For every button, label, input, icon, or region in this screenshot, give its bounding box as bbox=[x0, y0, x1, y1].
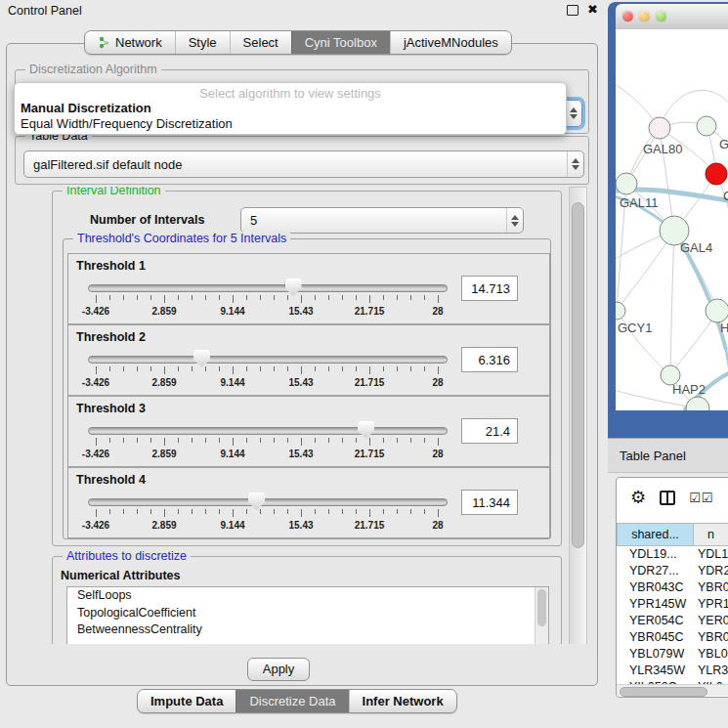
table-row[interactable]: YER054CYER0 bbox=[617, 613, 728, 629]
settings-vertical-scrollbar[interactable] bbox=[569, 187, 587, 644]
cyni-bottom-tabs: Impute Data Discretize Data Infer Networ… bbox=[137, 689, 457, 713]
minimize-traffic-light-icon[interactable] bbox=[639, 11, 650, 21]
number-of-intervals-label: Number of Intervals bbox=[90, 213, 204, 227]
node-gcy1[interactable] bbox=[616, 302, 625, 320]
tab-infer-network-label: Infer Network bbox=[363, 694, 444, 708]
table-data-combobox[interactable]: galFiltered.sif default node bbox=[23, 150, 584, 178]
node-top-right[interactable] bbox=[697, 116, 716, 136]
threshold-1-panel: Threshold 1 -3.4262.8599.14415.4321.7152… bbox=[67, 253, 550, 324]
threshold-2-value-field[interactable]: 6.316 bbox=[461, 347, 518, 372]
threshold-1-slider[interactable]: -3.4262.8599.14415.4321.71528 bbox=[88, 278, 446, 322]
threshold-3-slider[interactable]: -3.4262.8599.14415.4321.71528 bbox=[88, 420, 446, 465]
threshold-4-slider[interactable]: -3.4262.8599.14415.4321.71528 bbox=[88, 492, 446, 536]
network-view-window: GAL80 G. C GAL11 GAL4 GCY1 H HAP2 bbox=[608, 2, 728, 438]
threshold-3-value-field[interactable]: 21.4 bbox=[461, 418, 518, 444]
tab-impute-data[interactable]: Impute Data bbox=[138, 690, 236, 712]
table-row[interactable]: YPR145WYPR1 bbox=[617, 596, 728, 613]
threshold-2-slider[interactable]: -3.4262.8599.14415.4321.71528 bbox=[88, 349, 446, 394]
node-gal11[interactable] bbox=[616, 173, 637, 194]
node-h[interactable] bbox=[706, 299, 728, 322]
table-row[interactable]: YDR27...YDR2 bbox=[617, 563, 728, 579]
tab-jactivemnodules-label: jActiveMNodules bbox=[404, 35, 498, 50]
scrollbar-thumb[interactable] bbox=[572, 202, 584, 548]
discretization-algorithm-title: Discretization Algorithm bbox=[25, 63, 161, 76]
apply-button[interactable]: Apply bbox=[247, 658, 310, 681]
tab-cyni-toolbox-label: Cyni Toolbox bbox=[305, 35, 377, 50]
column-header-shared-name[interactable]: shared... bbox=[617, 523, 694, 546]
columns-icon[interactable] bbox=[660, 491, 675, 505]
node-label: GAL4 bbox=[680, 240, 712, 255]
dropdown-item-equal-width-frequency[interactable]: Equal Width/Frequency Discretization bbox=[15, 116, 566, 132]
table-data-combobox-value: galFiltered.sif default node bbox=[24, 157, 567, 172]
attribute-item[interactable]: BetweennessCentrality bbox=[67, 621, 548, 639]
numerical-attributes-list[interactable]: SelfLoopsTopologicalCoefficientBetweenne… bbox=[66, 586, 549, 644]
attribute-item[interactable]: SelfLoops bbox=[67, 587, 548, 605]
table-row[interactable]: YBL079WYBL0 bbox=[617, 646, 728, 663]
slider-thumb[interactable] bbox=[248, 492, 265, 510]
threshold-2-panel: Threshold 2 -3.4262.8599.14415.4321.7152… bbox=[67, 324, 550, 396]
combobox-stepper-icon[interactable] bbox=[565, 101, 581, 126]
tab-style-label: Style bbox=[189, 35, 217, 50]
slider-track[interactable] bbox=[88, 427, 448, 435]
attribute-item[interactable]: TopologicalCoefficient bbox=[67, 605, 548, 622]
network-window-titlebar[interactable] bbox=[616, 4, 728, 30]
number-of-intervals-combobox[interactable]: 5 bbox=[240, 207, 524, 234]
node-bottom[interactable] bbox=[686, 397, 709, 410]
node-label: C bbox=[723, 189, 728, 203]
close-icon[interactable]: ✖ bbox=[587, 3, 598, 17]
tab-cyni-toolbox[interactable]: Cyni Toolbox bbox=[291, 31, 390, 54]
select-columns-checkboxes-icon[interactable]: ☑☑ bbox=[689, 491, 713, 505]
slider-thumb[interactable] bbox=[285, 278, 302, 296]
node-label: H bbox=[720, 321, 728, 335]
threshold-2-label: Threshold 2 bbox=[76, 330, 146, 344]
slider-track[interactable] bbox=[88, 356, 448, 364]
slider-thumb[interactable] bbox=[193, 350, 210, 367]
control-panel-tabs: Network Style Select Cyni Toolbox jActiv… bbox=[84, 30, 512, 55]
slider-track[interactable] bbox=[88, 284, 448, 292]
threshold-4-value-field[interactable]: 11.344 bbox=[461, 490, 518, 515]
threshold-1-value-field[interactable]: 14.713 bbox=[461, 276, 518, 301]
tab-style[interactable]: Style bbox=[175, 31, 230, 54]
tab-discretize-data[interactable]: Discretize Data bbox=[236, 690, 348, 712]
network-icon bbox=[98, 36, 110, 49]
column-header-name[interactable]: n bbox=[694, 523, 728, 546]
table-panel-header: Table Panel bbox=[608, 438, 728, 473]
dropdown-item-manual-discretization[interactable]: Manual Discretization bbox=[15, 101, 566, 116]
threshold-4-label: Threshold 4 bbox=[76, 473, 146, 487]
network-canvas[interactable]: GAL80 G. C GAL11 GAL4 GCY1 H HAP2 bbox=[616, 29, 728, 410]
number-of-intervals-value: 5 bbox=[241, 213, 506, 228]
table-header-row: shared... n bbox=[617, 523, 728, 546]
table-horizontal-scrollbar[interactable] bbox=[617, 684, 728, 696]
float-window-icon[interactable] bbox=[567, 5, 578, 16]
node-label: G. bbox=[719, 137, 728, 151]
table-data-group: Table Data galFiltered.sif default node bbox=[15, 136, 589, 185]
node-gal80[interactable] bbox=[649, 117, 670, 139]
table-toolbar: ⚙ ☑☑ bbox=[617, 478, 728, 517]
gear-icon[interactable]: ⚙ bbox=[630, 489, 646, 506]
tab-network[interactable]: Network bbox=[85, 31, 175, 54]
list-scrollbar[interactable] bbox=[535, 587, 548, 644]
node-table-body: YDL19...YDL1YDR27...YDR2YBR043CYBR0YPR14… bbox=[617, 546, 728, 685]
threshold-3-label: Threshold 3 bbox=[76, 402, 146, 415]
table-row[interactable]: YBR045CYBR0 bbox=[617, 629, 728, 646]
tab-jactivemnodules[interactable]: jActiveMNodules bbox=[390, 31, 511, 54]
node-selected-red[interactable] bbox=[706, 163, 727, 185]
tab-infer-network[interactable]: Infer Network bbox=[349, 690, 456, 712]
table-row[interactable]: YLR345WYLR3 bbox=[617, 663, 728, 679]
attributes-group-title: Attributes to discretize bbox=[63, 549, 191, 563]
node-label: GAL11 bbox=[620, 195, 659, 210]
zoom-traffic-light-icon[interactable] bbox=[656, 11, 666, 21]
combobox-stepper-icon[interactable] bbox=[567, 151, 583, 177]
slider-thumb[interactable] bbox=[358, 421, 374, 439]
table-row[interactable]: YBR043CYBR0 bbox=[617, 579, 728, 596]
table-row[interactable]: YDL19...YDL1 bbox=[617, 546, 728, 563]
tab-impute-data-label: Impute Data bbox=[150, 694, 223, 708]
interval-definition-group: Interval Definition Number of Intervals … bbox=[52, 191, 562, 546]
combobox-stepper-icon[interactable] bbox=[506, 208, 523, 233]
threshold-4-panel: Threshold 4 -3.4262.8599.14415.4321.7152… bbox=[67, 467, 550, 538]
close-traffic-light-icon[interactable] bbox=[622, 11, 633, 21]
slider-track[interactable] bbox=[88, 498, 448, 506]
scrollbar-thumb[interactable] bbox=[620, 687, 707, 697]
interval-definition-title: Interval Definition bbox=[63, 187, 165, 197]
tab-select[interactable]: Select bbox=[230, 31, 291, 54]
